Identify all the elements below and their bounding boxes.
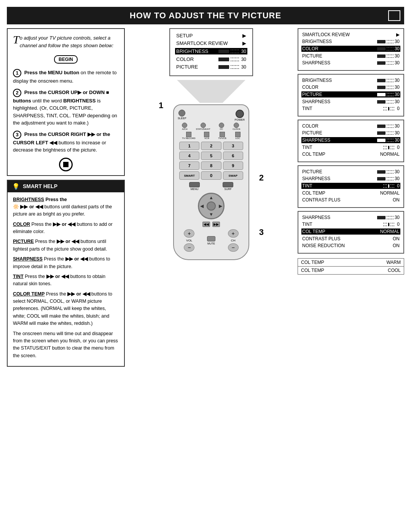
dpad-down[interactable]: ▼ xyxy=(209,212,213,217)
ach-label: A/CH xyxy=(182,128,187,130)
center-column: SETUP ▶ SmartLock REVIEW ▶ BRIGHTNESS 30 xyxy=(129,28,294,367)
btn-3[interactable]: 3 xyxy=(223,142,243,150)
cc-btn-area: CC xyxy=(219,123,224,130)
tv-vcb-label: TV/VCB xyxy=(218,137,226,139)
ff-btn[interactable]: ▶▶ xyxy=(212,222,220,227)
sharpness-label: SHARPNESS xyxy=(13,256,43,262)
power-btn[interactable] xyxy=(236,110,244,118)
remote-control: 1 2 3 SLEEP POWER xyxy=(166,104,257,260)
r1-brightness-label: BRIGHTNESS xyxy=(302,39,333,44)
r5-noisereduction: NOISE REDUCTION ON xyxy=(302,243,400,248)
status-exit-btn[interactable] xyxy=(201,123,206,128)
ach-btn-area: A/CH xyxy=(182,123,187,130)
r5-contrastplus-value: ON xyxy=(393,236,400,241)
col-temp-warm-value: WARM xyxy=(383,259,404,266)
col-temp-cool-row: COL TEMP COOL xyxy=(298,266,404,275)
right-panel-3: COLOR 30 PICTURE 30 SHAR xyxy=(298,120,404,162)
picture-help: PICTURE Press the ▶▶ or ◀◀ buttons until… xyxy=(13,238,119,253)
surf-label: SURF xyxy=(223,188,233,190)
number-grid: 1 2 3 4 5 6 7 8 9 SMART 0 SWAP xyxy=(179,142,243,180)
r4-picture: PICTURE 30 xyxy=(302,169,400,174)
r3-coltemp-value: NORMAL xyxy=(380,152,400,157)
btn-5[interactable]: 5 xyxy=(201,152,221,160)
btn-2[interactable]: 2 xyxy=(201,142,221,150)
r2-brightness: BRIGHTNESS 30 xyxy=(302,78,400,83)
picture-value: 30 xyxy=(241,64,246,70)
menu-row-brightness: BRIGHTNESS 30 xyxy=(175,48,247,54)
page-title: HOW TO ADJUST THE TV PICTURE xyxy=(130,11,281,20)
r2-tint-bar: 0 xyxy=(383,106,400,111)
surf-btn[interactable] xyxy=(223,182,233,187)
r2-brightness-label: BRIGHTNESS xyxy=(302,78,333,83)
r2-picture-label: PICTURE xyxy=(302,92,333,97)
r5-coltemp-value: NORMAL xyxy=(380,229,400,234)
mute-btn[interactable] xyxy=(207,236,215,241)
btn-0[interactable]: 0 xyxy=(201,171,221,180)
brightness-icon: 🔆 xyxy=(13,204,19,209)
r4-coltemp: COL TEMP NORMAL xyxy=(302,190,400,196)
tv-vcb-btn[interactable] xyxy=(220,132,225,137)
bulb-icon: 💡 xyxy=(12,183,20,190)
ch-plus-btn[interactable]: + xyxy=(228,229,239,238)
sleep-btn-area: SLEEP xyxy=(178,110,186,121)
vcr-area: VCR xyxy=(204,132,209,139)
r3-picture-label: PICTURE xyxy=(302,130,333,136)
stop-circle xyxy=(59,158,73,171)
dpad-right[interactable]: ▶ xyxy=(219,203,222,209)
r5-noisereduction-value: ON xyxy=(393,243,400,248)
main-menu-panel: SETUP ▶ SmartLock REVIEW ▶ BRIGHTNESS 30 xyxy=(169,28,253,76)
tint-label: TINT xyxy=(13,274,24,279)
menu-btn-area: MENU xyxy=(189,182,200,190)
btn-8[interactable]: 8 xyxy=(201,161,221,170)
cc-btn[interactable] xyxy=(219,123,224,128)
r5-coltemp: COL TEMP NORMAL xyxy=(301,228,400,235)
clock-btn[interactable] xyxy=(234,123,239,128)
color-label: COLOR xyxy=(13,222,30,227)
tv-record-btn[interactable] xyxy=(186,132,191,137)
btn-4[interactable]: 4 xyxy=(179,152,199,160)
r3-color: COLOR 30 xyxy=(302,123,400,129)
r3-picture-bar: 30 xyxy=(377,130,400,136)
col-temp-warm-label: COL TEMP xyxy=(298,259,383,266)
stop-icon xyxy=(13,158,119,171)
ch-minus-btn[interactable]: − xyxy=(228,243,239,252)
bar-filled-brightness xyxy=(218,50,229,53)
sleep-btn[interactable] xyxy=(178,110,185,117)
menu-row-smartlock: SmartLock REVIEW ▶ xyxy=(176,40,246,46)
ch-control: + CH − xyxy=(228,229,239,252)
r2-brightness-bar: 30 xyxy=(377,78,400,83)
funnel-visual xyxy=(177,80,245,103)
r4-contrastplus: CONTRAST PLUS ON xyxy=(302,197,400,203)
menu-btn[interactable] xyxy=(189,182,200,187)
btn-7[interactable]: 7 xyxy=(179,161,199,170)
btn-6[interactable]: 6 xyxy=(223,152,243,160)
r3-picture: PICTURE 30 xyxy=(302,130,400,136)
smart-help-title: SMART HELP xyxy=(23,183,57,189)
vcr-btn[interactable] xyxy=(204,132,209,137)
ach-btn[interactable] xyxy=(182,123,187,128)
vol-plus-btn[interactable]: + xyxy=(184,229,194,238)
btn-swap[interactable]: SWAP xyxy=(223,171,243,180)
dpad-left[interactable]: ◀ xyxy=(200,203,204,209)
r2-color-bar: 30 xyxy=(377,85,400,90)
r4-sharpness-bar: 30 xyxy=(377,176,400,181)
rew-btn[interactable]: ◀◀ xyxy=(202,222,210,227)
btn-9[interactable]: 9 xyxy=(223,161,243,170)
r2-color-label: COLOR xyxy=(302,85,333,90)
dropcap-t: T xyxy=(13,34,19,45)
brightness-help: BRIGHTNESS Press the 🔆 ▶▶ or ◀◀ buttons … xyxy=(13,196,119,218)
vol-minus-btn[interactable]: − xyxy=(184,243,194,252)
r1-picture-bar: 30 xyxy=(377,53,400,59)
dpad-up[interactable]: ▲ xyxy=(209,195,213,200)
r4-contrastplus-value: ON xyxy=(393,197,400,203)
step-overlay-2: 2 xyxy=(259,173,264,183)
dpad-center xyxy=(207,201,216,211)
btn-smart[interactable]: SMART xyxy=(179,171,199,180)
r1-sharpness-label: SHARPNESS xyxy=(302,60,333,66)
begin-container: BEGIN xyxy=(13,53,119,66)
r2-sharpness-bar: 30 xyxy=(377,99,400,104)
r4-sharpness-label: SHARPNESS xyxy=(302,176,333,181)
bar-filled-color xyxy=(218,58,229,61)
btn-1[interactable]: 1 xyxy=(179,142,199,150)
loc-btn[interactable] xyxy=(235,132,241,137)
